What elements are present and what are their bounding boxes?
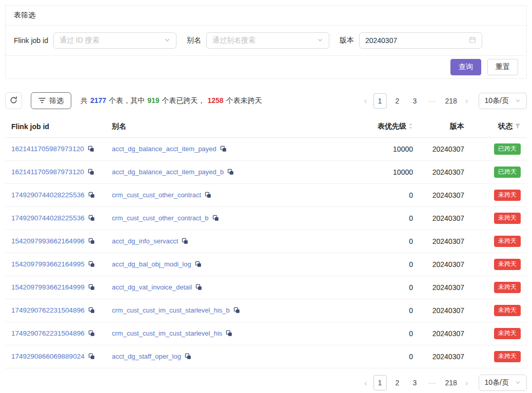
alias-link[interactable]: crm_cust_cust_im_cust_starlevel_his — [112, 329, 222, 337]
alias-link[interactable]: acct_dg_info_servacct — [112, 237, 178, 245]
version-value: 20240307 — [419, 230, 470, 253]
sort-icon[interactable] — [408, 122, 413, 131]
query-button[interactable]: 查询 — [450, 59, 481, 75]
flink-job-id-link[interactable]: 1542097993662164996 — [11, 237, 85, 245]
pagination-ellipsis[interactable]: ··· — [426, 375, 439, 390]
page-size-select[interactable]: 10条/页 — [479, 375, 527, 391]
copy-icon[interactable] — [88, 146, 94, 154]
page-button-2[interactable]: 2 — [391, 93, 404, 109]
alias-link[interactable]: acct_dg_balance_acct_item_payed — [112, 145, 216, 153]
flink-job-id-link[interactable]: 1542097993662164999 — [11, 283, 85, 291]
page-button-3[interactable]: 3 — [408, 93, 422, 109]
flink-job-id-link[interactable]: 1749290744028225536 — [11, 191, 85, 199]
filter-toggle-label: 筛选 — [49, 96, 64, 106]
prev-page-button[interactable]: ‹ — [362, 96, 369, 105]
copy-icon[interactable] — [185, 353, 191, 361]
summary-text: 个表，其中 — [109, 96, 145, 106]
table-row: 1542097993662164996 acct_dg_info_servacc… — [5, 230, 527, 253]
page-size-select[interactable]: 10条/页 — [479, 93, 527, 109]
page-button-3[interactable]: 3 — [408, 375, 422, 390]
table-summary: 共 2177 个表，其中 919 个表已跨天， 1258 个表未跨天 — [81, 96, 262, 106]
alias-link[interactable]: acct_dg_bal_obj_modi_log — [112, 260, 191, 268]
alias-link[interactable]: crm_cust_cust_im_cust_starlevel_his_b — [112, 306, 230, 314]
alias-link[interactable]: acct_dg_vat_invoice_detail — [112, 283, 192, 291]
priority-value: 0 — [347, 230, 419, 253]
refresh-button[interactable] — [5, 92, 22, 109]
priority-value: 10000 — [347, 138, 419, 161]
next-page-button[interactable]: › — [463, 96, 470, 105]
flink-job-id-link[interactable]: 1621411705987973120 — [11, 145, 84, 153]
flink-job-id-label: Flink job id — [14, 36, 48, 45]
version-date-value[interactable] — [365, 36, 458, 45]
copy-icon[interactable] — [226, 330, 232, 338]
alias-placeholder: 通过别名搜索 — [212, 36, 255, 45]
page-button-1[interactable]: 1 — [373, 93, 387, 109]
copy-icon[interactable] — [88, 353, 95, 361]
status-badge: 未跨天 — [494, 213, 521, 224]
page-button-last[interactable]: 218 — [443, 93, 459, 109]
next-page-button[interactable]: › — [463, 379, 470, 387]
priority-value: 0 — [347, 253, 419, 276]
copy-icon[interactable] — [212, 215, 219, 223]
alias-link[interactable]: acct_dg_staff_oper_log — [112, 353, 181, 360]
flink-job-id-link[interactable]: 1749290762231504896 — [11, 329, 85, 337]
flink-job-id-link[interactable]: 1542097993662164995 — [11, 260, 85, 268]
status-badge: 未跨天 — [494, 351, 521, 362]
toolbar: 筛选 共 2177 个表，其中 919 个表已跨天， 1258 个表未跨天 ‹ … — [5, 92, 527, 109]
copy-icon[interactable] — [88, 169, 94, 177]
version-value: 20240307 — [419, 161, 470, 184]
column-flink-job-id: Flink job id — [5, 116, 106, 138]
copy-icon[interactable] — [227, 169, 234, 177]
page-button-2[interactable]: 2 — [391, 375, 404, 390]
alias-link[interactable]: crm_cust_cust_other_contract — [112, 191, 201, 199]
copy-icon[interactable] — [182, 238, 188, 246]
table-header-row: Flink job id 别名 表优先级 版本 — [5, 116, 527, 138]
copy-icon[interactable] — [195, 284, 202, 292]
priority-value: 0 — [347, 299, 419, 322]
page-button-last[interactable]: 218 — [443, 375, 459, 390]
copy-icon[interactable] — [233, 307, 240, 315]
copy-icon[interactable] — [195, 261, 202, 269]
filter-toggle-button[interactable]: 筛选 — [31, 92, 71, 109]
copy-icon[interactable] — [88, 330, 95, 338]
alias-select[interactable]: 通过别名搜索 — [206, 32, 329, 49]
alias-field: 别名 通过别名搜索 — [187, 32, 329, 49]
version-date-input[interactable] — [359, 32, 482, 49]
copy-icon[interactable] — [88, 215, 95, 223]
copy-icon[interactable] — [205, 192, 211, 200]
flink-job-id-link[interactable]: 1749290762231504896 — [11, 306, 85, 314]
copy-icon[interactable] — [88, 192, 95, 200]
priority-value: 10000 — [347, 161, 419, 184]
version-value: 20240307 — [419, 276, 470, 299]
pagination-bottom: ‹ 1 2 3 ··· 218 › 10条/页 — [362, 375, 527, 391]
prev-page-button[interactable]: ‹ — [362, 379, 369, 387]
copy-icon[interactable] — [88, 261, 95, 269]
flink-job-id-link[interactable]: 1621411705987973120 — [11, 168, 84, 176]
table-row: 1621411705987973120 acct_dg_balance_acct… — [5, 138, 527, 161]
flink-job-id-placeholder: 通过 ID 搜索 — [60, 36, 100, 45]
status-filter-icon[interactable] — [515, 122, 521, 131]
flink-job-id-link[interactable]: 1749290744028225536 — [11, 214, 85, 222]
flink-job-id-link[interactable]: 1749290866069889024 — [11, 353, 85, 360]
flink-job-id-select[interactable]: 通过 ID 搜索 — [53, 32, 176, 49]
chevron-down-icon — [515, 379, 521, 387]
copy-icon[interactable] — [88, 238, 95, 246]
table-row: 1749290744028225536 crm_cust_cust_other_… — [5, 184, 527, 207]
copy-icon[interactable] — [88, 307, 95, 315]
chevron-down-icon — [515, 97, 521, 105]
calendar-icon — [469, 36, 476, 45]
reset-button[interactable]: 重置 — [487, 59, 518, 75]
pagination-ellipsis[interactable]: ··· — [426, 93, 439, 109]
column-priority: 表优先级 — [347, 116, 419, 138]
copy-icon[interactable] — [88, 284, 95, 292]
alias-link[interactable]: crm_cust_cust_other_contract_b — [112, 214, 209, 222]
summary-text: 共 — [81, 96, 88, 106]
copy-icon[interactable] — [220, 146, 227, 154]
version-label: 版本 — [340, 36, 354, 45]
priority-value: 0 — [347, 276, 419, 299]
status-badge: 已跨天 — [494, 167, 521, 178]
version-value: 20240307 — [419, 138, 470, 161]
alias-link[interactable]: acct_dg_balance_acct_item_payed_b — [112, 168, 224, 176]
page-button-1[interactable]: 1 — [373, 375, 387, 390]
refresh-icon — [10, 96, 17, 106]
